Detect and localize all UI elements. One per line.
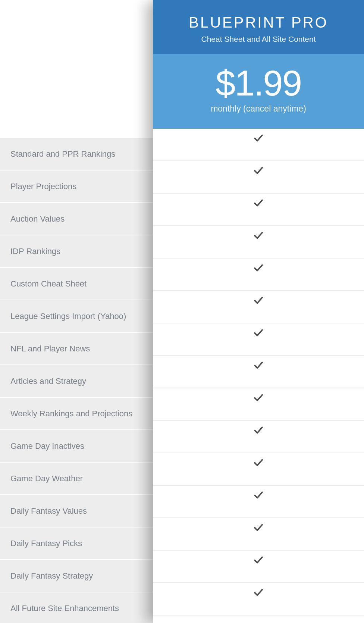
- feature-label: Auction Values: [10, 214, 65, 224]
- plan-title: BLUEPRINT PRO: [160, 14, 357, 31]
- check-icon: [253, 132, 264, 144]
- feature-column-spacer: [0, 0, 153, 138]
- feature-included-cell: [153, 356, 364, 388]
- feature-included-cell: [153, 194, 364, 226]
- feature-row: IDP Rankings: [0, 235, 153, 268]
- check-icon: [253, 327, 264, 338]
- feature-row: Weekly Rankings and Projections: [0, 398, 153, 430]
- feature-included-cell: [153, 259, 364, 291]
- feature-label: Player Projections: [10, 182, 76, 191]
- plan-header: BLUEPRINT PRO Cheat Sheet and All Site C…: [153, 0, 364, 54]
- check-icon: [253, 197, 264, 209]
- feature-label: Daily Fantasy Values: [10, 506, 87, 516]
- feature-included-cell: [153, 291, 364, 323]
- feature-label: NFL and Player News: [10, 344, 90, 354]
- check-icon: [253, 295, 264, 306]
- pricing-table: Standard and PPR RankingsPlayer Projecti…: [0, 0, 364, 623]
- feature-column: Standard and PPR RankingsPlayer Projecti…: [0, 0, 153, 623]
- check-icon: [253, 522, 264, 533]
- feature-row: Daily Fantasy Picks: [0, 527, 153, 560]
- check-icon: [253, 587, 264, 598]
- feature-label: All Future Site Enhancements: [10, 604, 119, 613]
- feature-included-cell: [153, 486, 364, 518]
- feature-included-cell: [153, 551, 364, 583]
- feature-label: League Settings Import (Yahoo): [10, 312, 126, 321]
- feature-included-cell: [153, 518, 364, 551]
- check-icon: [253, 360, 264, 371]
- plan-subtitle: Cheat Sheet and All Site Content: [160, 35, 357, 44]
- feature-label: Daily Fantasy Strategy: [10, 571, 93, 581]
- feature-included-cell: [153, 388, 364, 421]
- plan-period: monthly (cancel anytime): [160, 104, 357, 114]
- plan-price-block: $1.99 monthly (cancel anytime): [153, 54, 364, 129]
- check-icon: [253, 489, 264, 501]
- plan-column: BLUEPRINT PRO Cheat Sheet and All Site C…: [153, 0, 364, 623]
- feature-row: NFL and Player News: [0, 333, 153, 365]
- feature-row: Game Day Weather: [0, 463, 153, 495]
- feature-label: Standard and PPR Rankings: [10, 149, 115, 159]
- check-icon: [253, 262, 264, 273]
- feature-included-cell: [153, 161, 364, 194]
- feature-label: Game Day Inactives: [10, 441, 84, 451]
- feature-row: All Future Site Enhancements: [0, 592, 153, 623]
- feature-label: Daily Fantasy Picks: [10, 539, 82, 548]
- check-icon: [253, 554, 264, 566]
- feature-label: Custom Cheat Sheet: [10, 279, 87, 289]
- feature-row: Articles and Strategy: [0, 365, 153, 398]
- feature-included-cell: [153, 129, 364, 161]
- feature-row: Daily Fantasy Strategy: [0, 560, 153, 592]
- feature-row: Player Projections: [0, 170, 153, 203]
- check-icon: [253, 392, 264, 403]
- check-icon: [253, 425, 264, 436]
- feature-label: Articles and Strategy: [10, 376, 86, 386]
- plan-price: $1.99: [160, 65, 357, 102]
- feature-row: Game Day Inactives: [0, 430, 153, 463]
- feature-label: Weekly Rankings and Projections: [10, 409, 132, 419]
- feature-included-cell: [153, 226, 364, 259]
- feature-included-cell: [153, 421, 364, 453]
- feature-row: League Settings Import (Yahoo): [0, 300, 153, 333]
- feature-included-cell: [153, 453, 364, 486]
- feature-included-cell: [153, 323, 364, 356]
- feature-label: IDP Rankings: [10, 247, 60, 256]
- feature-label: Game Day Weather: [10, 474, 83, 483]
- check-icon: [253, 230, 264, 241]
- feature-row: Auction Values: [0, 203, 153, 235]
- feature-included-cell: [153, 583, 364, 616]
- feature-row: Standard and PPR Rankings: [0, 138, 153, 170]
- check-icon: [253, 165, 264, 176]
- feature-row: Custom Cheat Sheet: [0, 268, 153, 300]
- feature-row: Daily Fantasy Values: [0, 495, 153, 527]
- check-icon: [253, 457, 264, 468]
